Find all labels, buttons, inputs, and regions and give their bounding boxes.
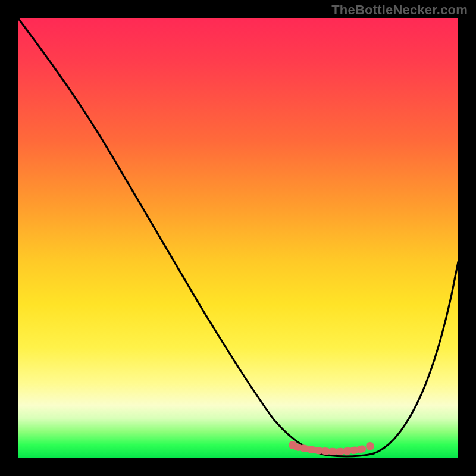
curve-layer xyxy=(18,18,458,458)
plot-area xyxy=(18,18,458,458)
svg-point-1 xyxy=(366,442,374,450)
watermark-text: TheBottleNecker.com xyxy=(331,2,468,18)
optimal-range-marker xyxy=(289,441,374,452)
chart-frame: TheBottleNecker.com xyxy=(0,0,476,476)
bottleneck-curve xyxy=(18,18,458,456)
